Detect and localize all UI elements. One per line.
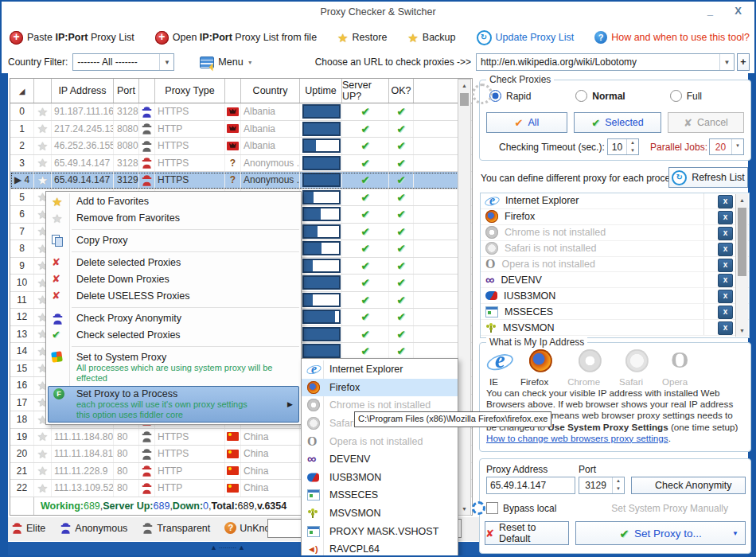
check-mode-radio[interactable]: Normal: [575, 90, 625, 102]
gear-icon[interactable]: [472, 501, 485, 515]
context-menu-item[interactable]: Copy Proxy: [46, 232, 301, 249]
browser-settings-link[interactable]: How to change web browsers proxy setting…: [486, 433, 668, 443]
favorite-star-cell[interactable]: ★: [34, 446, 52, 462]
check-mode-radio[interactable]: Full: [670, 90, 702, 102]
remove-process-button[interactable]: x: [718, 195, 733, 208]
favorite-star-cell[interactable]: ★: [34, 103, 52, 120]
process-list-item[interactable]: MSSECESx: [481, 304, 749, 320]
context-menu-item[interactable]: ★Remove from Favorites: [46, 210, 301, 227]
process-list-scrollbar[interactable]: ▲ ▼: [735, 194, 748, 337]
country-filter-select[interactable]: ------- All ------- ▼: [72, 53, 174, 71]
chevron-down-icon[interactable]: ▼: [159, 54, 173, 70]
favorite-star-cell[interactable]: ★: [34, 121, 52, 138]
table-row[interactable]: 2★46.252.36.1558080HTTPSAlbania✔✔: [10, 138, 472, 155]
backup-button[interactable]: ★ Backup: [403, 29, 460, 46]
close-button[interactable]: X: [735, 5, 742, 17]
table-row[interactable]: ▶ 4★65.49.14.1473129HTTPS?Anonymous ...✔…: [10, 172, 472, 189]
browser-check-button[interactable]: OOpera: [662, 349, 688, 387]
favorite-star-cell[interactable]: ★: [34, 172, 52, 189]
process-list-item[interactable]: IUSB3MONx: [481, 288, 749, 304]
port-spinner[interactable]: 3129 ▲▼: [579, 477, 625, 494]
context-menu-item[interactable]: ✘Delete selected Proxies: [46, 255, 301, 271]
serverup-column-header[interactable]: Server UP?: [342, 79, 389, 103]
favorite-star-cell[interactable]: ★: [34, 155, 52, 172]
sort-corner[interactable]: ◢: [10, 79, 34, 103]
scroll-up-arrow[interactable]: ▲: [736, 194, 748, 206]
submenu-item[interactable]: OOpera is not installed: [302, 432, 458, 450]
remove-process-button[interactable]: x: [718, 290, 733, 303]
submenu-item[interactable]: ∞DEVENV: [302, 450, 458, 469]
reset-default-button[interactable]: ✘ Reset to Default: [485, 521, 569, 545]
process-list-item[interactable]: Firefoxx: [481, 209, 749, 225]
favorite-star-cell[interactable]: ★: [34, 463, 52, 480]
process-list-item[interactable]: Safari is not installedx: [481, 241, 749, 257]
update-proxy-list-button[interactable]: Update Proxy List: [472, 28, 579, 48]
remove-process-button[interactable]: x: [718, 227, 733, 240]
browser-check-button[interactable]: Safari: [619, 349, 643, 387]
remove-process-button[interactable]: x: [718, 306, 733, 319]
country-column-header[interactable]: Country: [241, 79, 300, 103]
scroll-thumb[interactable]: [460, 93, 469, 106]
refresh-list-button[interactable]: Refresh List: [668, 167, 748, 188]
menu-button[interactable]: Menu ▼: [195, 54, 257, 71]
process-list-item[interactable]: Chrome is not installedx: [481, 225, 749, 241]
context-menu-item[interactable]: ✘Delete USELESS Proxies: [46, 288, 301, 305]
cancel-button[interactable]: ✘ Cancel: [668, 112, 744, 133]
context-menu-item[interactable]: Set to System ProxyAll processes which a…: [46, 349, 301, 386]
ok-column-header[interactable]: OK?: [389, 79, 414, 103]
ip-column-header[interactable]: IP Address: [52, 79, 114, 103]
process-list-item[interactable]: ∞DEVENVx: [481, 272, 749, 288]
process-list-item[interactable]: MSVSMONx: [481, 320, 749, 336]
spinner-arrows[interactable]: ▲▼: [612, 477, 624, 493]
help-button[interactable]: How and when to use this tool?: [590, 29, 754, 46]
context-menu-item[interactable]: ✘Delete Down Proxies: [46, 271, 301, 288]
open-proxy-list-button[interactable]: Open IP:Port Proxy List from file: [150, 29, 321, 47]
checkbox-icon[interactable]: [486, 502, 498, 514]
type-column-header[interactable]: Proxy Type: [155, 79, 225, 103]
scroll-down-arrow[interactable]: ▼: [736, 325, 748, 337]
favorite-star-cell[interactable]: ★: [34, 480, 52, 497]
scroll-thumb[interactable]: [738, 208, 746, 276]
check-all-button[interactable]: ✔ All: [486, 112, 567, 133]
submenu-item[interactable]: Firefox: [302, 379, 458, 397]
remove-process-button[interactable]: x: [718, 211, 733, 224]
submenu-item[interactable]: IUSB3MON: [302, 469, 458, 487]
table-row[interactable]: 3★65.49.14.1473128HTTPS?Anonymous ...✔✔: [10, 155, 472, 173]
process-list-item[interactable]: eInternet Explorerx: [481, 193, 749, 209]
check-mode-radio[interactable]: Rapid: [489, 90, 531, 102]
proxy-address-input[interactable]: 65.49.14.147: [486, 477, 575, 494]
parallel-jobs-select[interactable]: 20 ▼: [709, 138, 744, 155]
favorite-star-cell[interactable]: ★: [34, 138, 52, 154]
process-list-item[interactable]: OOpera is not installedx: [481, 257, 749, 273]
radio-icon[interactable]: [670, 90, 682, 102]
chevron-down-icon[interactable]: ▼: [719, 54, 734, 70]
bypass-local-checkbox[interactable]: Bypass local: [486, 502, 556, 514]
favorite-column-header[interactable]: [34, 79, 52, 103]
remove-process-button[interactable]: x: [718, 274, 733, 287]
remove-process-button[interactable]: x: [718, 259, 733, 272]
paste-proxy-list-button[interactable]: Paste IP:Port Proxy List: [5, 29, 139, 47]
table-row[interactable]: 0★91.187.111.1653128HTTPSAlbania✔✔: [10, 103, 472, 121]
uptime-column-header[interactable]: Uptime: [300, 79, 342, 103]
scroll-down-arrow[interactable]: ▼: [458, 503, 470, 515]
browser-check-button[interactable]: Firefox: [520, 349, 548, 387]
browser-check-button[interactable]: Chrome: [567, 349, 600, 387]
submenu-item[interactable]: MSVSMON: [302, 504, 458, 523]
add-url-button[interactable]: +: [737, 53, 750, 71]
url-combo[interactable]: http://en.wikipedia.org/wiki/Lobotomy ▼: [476, 53, 735, 71]
browser-check-button[interactable]: eIE: [486, 349, 501, 387]
table-scrollbar[interactable]: ▲ ▼: [458, 79, 471, 516]
context-menu-item[interactable]: Set Proxy to a Processeach process will …: [48, 386, 299, 423]
timeout-spinner[interactable]: 10 ▲▼: [607, 138, 639, 155]
port-column-header[interactable]: Port: [114, 79, 139, 103]
table-row[interactable]: 1★217.24.245.1308080HTTPAlbania✔✔: [10, 121, 472, 138]
context-menu-item[interactable]: ✔Check selected Proxies: [46, 327, 301, 344]
chevron-down-icon[interactable]: ▼: [731, 139, 743, 154]
context-menu-item[interactable]: Check Proxy Anonymity: [46, 310, 301, 327]
submenu-item[interactable]: MSSECES: [302, 486, 458, 504]
favorite-star-cell[interactable]: ★: [34, 429, 52, 446]
remove-process-button[interactable]: x: [718, 321, 733, 335]
context-menu-item[interactable]: ★Add to Favorites: [46, 193, 301, 210]
spinner-arrows[interactable]: ▲▼: [626, 139, 638, 154]
set-proxy-button[interactable]: ✔ Set Proxy to... ▼: [575, 521, 746, 545]
